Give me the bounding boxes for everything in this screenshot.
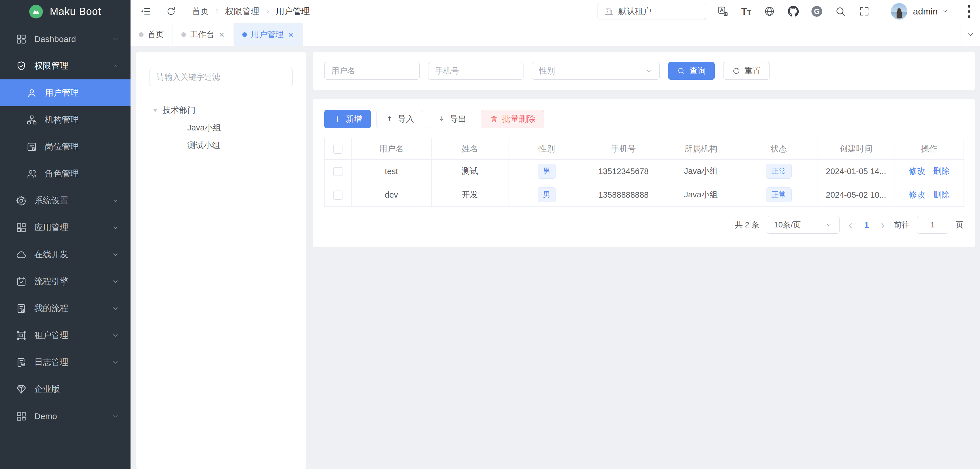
gear-icon — [16, 195, 27, 206]
sidebar-item-dashboard[interactable]: Dashboard — [0, 25, 130, 52]
gender-select[interactable]: 性别 — [532, 62, 660, 80]
breadcrumb-home[interactable]: 首页 — [192, 6, 209, 17]
sidebar-item-online-dev[interactable]: 在线开发 — [0, 241, 130, 268]
tab-user-management[interactable]: 用户管理 × — [234, 23, 303, 46]
sidebar-item-log-management[interactable]: 日志管理 — [0, 349, 130, 376]
tree-node-root[interactable]: 技术部门 — [136, 101, 306, 119]
refresh-icon[interactable] — [166, 6, 176, 16]
username-filter-input[interactable] — [324, 62, 420, 80]
caret-down-icon[interactable] — [153, 109, 158, 112]
select-all-checkbox[interactable] — [333, 144, 342, 154]
diamond-icon — [16, 383, 27, 395]
tenant-select[interactable]: 默认租户 — [598, 3, 706, 20]
logo: Maku Boot — [0, 0, 130, 23]
import-button[interactable]: 导入 — [377, 110, 423, 128]
org-tree-panel: 技术部门 Java小组 测试小组 — [136, 52, 306, 469]
tree-node-java[interactable]: Java小组 — [136, 119, 306, 137]
shield-check-icon — [16, 60, 27, 72]
close-icon[interactable]: × — [288, 30, 294, 39]
collapse-sidebar-icon[interactable] — [140, 6, 151, 17]
table-toolbar: 新增 导入 导出 批量删除 — [324, 110, 964, 128]
chevron-up-icon — [112, 62, 119, 70]
sidebar-item-my-workflow[interactable]: 我的流程 — [0, 295, 130, 322]
search-button[interactable]: 查询 — [668, 62, 715, 80]
row-checkbox[interactable] — [333, 190, 342, 200]
sidebar-item-app-management[interactable]: 应用管理 — [0, 214, 130, 241]
tab-home[interactable]: 首页 — [130, 23, 173, 46]
chevron-down-icon — [112, 359, 119, 366]
avatar[interactable] — [891, 3, 907, 19]
status-badge: 正常 — [766, 187, 792, 202]
delete-link[interactable]: 删除 — [933, 190, 950, 199]
current-page[interactable]: 1 — [861, 220, 872, 230]
office-building-icon — [604, 6, 614, 16]
sidebar-item-permissions[interactable]: 权限管理 — [0, 52, 130, 79]
org-chart-icon — [26, 114, 37, 126]
tab-options-button[interactable] — [960, 23, 980, 46]
col-username: 用户名 — [352, 138, 431, 160]
reset-button[interactable]: 重置 — [723, 62, 770, 80]
goto-label: 前往 — [894, 219, 910, 230]
blocks-icon — [16, 410, 27, 422]
globe-icon[interactable] — [764, 6, 775, 17]
add-button[interactable]: 新增 — [324, 110, 371, 128]
sidebar-item-tenant-management[interactable]: 租户管理 — [0, 322, 130, 349]
sidebar-item-user-management[interactable]: 用户管理 — [0, 79, 130, 106]
sidebar-item-demo[interactable]: Demo — [0, 402, 130, 429]
more-menu-icon[interactable] — [966, 3, 972, 19]
refresh-icon — [732, 67, 741, 75]
translate-icon[interactable] — [717, 6, 729, 17]
gender-badge: 男 — [538, 187, 556, 202]
sidebar-item-enterprise[interactable]: 企业版 — [0, 376, 130, 402]
app-root: Maku Boot Dashboard 权限管理 用户管理 机构管理 — [0, 0, 980, 469]
close-icon[interactable]: × — [218, 30, 225, 39]
table-row: test 测试 男 13512345678 Java小组 正常 2024-01-… — [325, 160, 964, 183]
breadcrumb-permissions[interactable]: 权限管理 — [225, 6, 259, 17]
edit-link[interactable]: 修改 — [909, 166, 925, 176]
next-page-button[interactable]: › — [879, 219, 886, 231]
sidebar-item-system-settings[interactable]: 系统设置 — [0, 187, 130, 214]
header-icons: TT G — [717, 6, 870, 17]
breadcrumb-separator-icon — [214, 8, 220, 14]
search-icon[interactable] — [835, 6, 846, 17]
pagination: 共 2 条 10条/页 ‹ 1 › 前往 页 — [324, 216, 964, 234]
sidebar: Maku Boot Dashboard 权限管理 用户管理 机构管理 — [0, 0, 130, 469]
table-header-row: 用户名 姓名 性别 手机号 所属机构 状态 创建时间 操作 — [325, 138, 964, 160]
chevron-down-icon — [112, 332, 119, 339]
username[interactable]: admin — [913, 6, 938, 17]
export-button[interactable]: 导出 — [429, 110, 475, 128]
batch-delete-button[interactable]: 批量删除 — [481, 110, 544, 128]
goto-page-input[interactable] — [917, 216, 948, 234]
font-size-icon[interactable]: TT — [741, 6, 751, 16]
sidebar-item-role-management[interactable]: 角色管理 — [0, 160, 130, 187]
filter-panel: 性别 查询 重置 — [313, 52, 975, 90]
user-table-panel: 新增 导入 导出 批量删除 — [313, 99, 975, 247]
delete-link[interactable]: 删除 — [933, 166, 950, 176]
col-name: 姓名 — [431, 138, 508, 160]
github-icon[interactable] — [788, 6, 799, 17]
gitee-icon[interactable]: G — [811, 6, 822, 17]
chevron-down-icon — [112, 251, 119, 258]
gender-badge: 男 — [538, 164, 556, 178]
page-size-select[interactable]: 10条/页 — [767, 216, 840, 234]
col-gender: 性别 — [508, 138, 585, 160]
prev-page-button[interactable]: ‹ — [847, 219, 854, 231]
sidebar-item-workflow-engine[interactable]: 流程引擎 — [0, 268, 130, 295]
tab-dot — [242, 32, 247, 37]
chevron-down-icon[interactable] — [941, 8, 948, 15]
tab-workbench[interactable]: 工作台 × — [173, 23, 234, 46]
breadcrumb: 首页 权限管理 用户管理 — [192, 6, 310, 17]
app-title: Maku Boot — [50, 6, 101, 17]
sidebar-item-post-management[interactable]: 岗位管理 — [0, 133, 130, 160]
mobile-filter-input[interactable] — [428, 62, 523, 80]
row-checkbox[interactable] — [333, 167, 342, 176]
cloud-icon — [16, 249, 27, 260]
fullscreen-icon[interactable] — [859, 6, 870, 17]
edit-link[interactable]: 修改 — [909, 190, 925, 199]
col-created: 创建时间 — [818, 138, 895, 160]
tree-node-test[interactable]: 测试小组 — [136, 137, 306, 154]
breadcrumb-separator-icon — [264, 8, 270, 14]
tree-filter-input[interactable] — [150, 68, 293, 86]
doc-user-icon — [16, 303, 27, 314]
sidebar-item-org-management[interactable]: 机构管理 — [0, 106, 130, 133]
